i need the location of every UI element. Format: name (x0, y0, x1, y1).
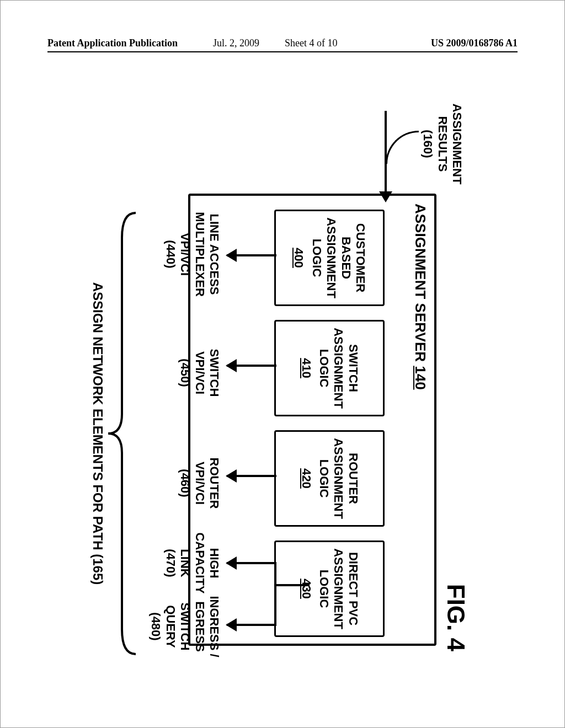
o2-l1: SWITCH (207, 349, 221, 397)
t-connector-stub (275, 584, 310, 586)
t-connector-bar (274, 562, 276, 625)
direct-pvc-assignment-logic-box: DIRECT PVC ASSIGNMENT LOGIC 430 (274, 540, 385, 637)
o1-l2: MULTIPLEXER (193, 212, 207, 297)
o5-l1: INGRESS / (207, 596, 221, 657)
o5-l4: QUERY (164, 605, 178, 647)
logic4-ref: 430 (299, 579, 313, 599)
logic1-l2: BASED (338, 237, 353, 279)
logic2-l2: ASSIGNMENT (331, 328, 345, 409)
input-label: ASSIGNMENT RESULTS (160) (420, 89, 464, 199)
logic4-l1: DIRECT PVC (345, 552, 360, 625)
header-date: Jul. 2, 2009 (213, 38, 259, 49)
arrow-down-icon (227, 365, 276, 367)
figure-stage: FIG. 4 ASSIGNMENT RESULTS (160) ASSIGNME… (72, 89, 470, 668)
output-line-access-multiplexer: LINE ACCESS MULTIPLEXER VPI/VCI (440) (163, 202, 221, 307)
input-label-l2: RESULTS (436, 116, 450, 172)
logic1-l3: ASSIGNMENT (324, 217, 338, 298)
header-pubno: US 2009/0168786 A1 (431, 38, 518, 49)
page: Patent Application Publication Jul. 2, 2… (0, 0, 565, 728)
logic4-l2: ASSIGNMENT (331, 548, 345, 629)
logic1-l4: LOGIC (309, 239, 323, 277)
o5-l2: EGRESS (193, 601, 207, 652)
o3-l1: ROUTER (207, 458, 221, 509)
arrow-down-icon (227, 562, 276, 564)
arrow-down-icon (227, 254, 276, 256)
header-sheet: Sheet 4 of 10 (285, 38, 337, 49)
logic3-l1: ROUTER (345, 453, 360, 504)
logic1-l1: CUSTOMER (353, 223, 367, 293)
logic2-l3: LOGIC (317, 349, 331, 388)
logic2-ref: 410 (299, 358, 313, 378)
output-switch-vpivci: SWITCH VPI/VCI (450) (178, 320, 221, 425)
input-label-l1: ASSIGNMENT (450, 104, 464, 185)
brace-icon (105, 210, 138, 657)
figure-caption: ASSIGN NETWORK ELEMENTS FOR PATH (165) (90, 210, 105, 657)
switch-assignment-logic-box: SWITCH ASSIGNMENT LOGIC 410 (274, 320, 385, 416)
o1-l1: LINE ACCESS (207, 213, 221, 295)
logic1-ref: 400 (291, 248, 306, 268)
customer-based-assignment-logic-box: CUSTOMER BASED ASSIGNMENT LOGIC 400 (274, 210, 385, 306)
assignment-server-title: ASSIGNMENT SERVER 140 (412, 204, 429, 390)
o2-l2: VPI/VCI (193, 351, 207, 394)
o3-l2: VPI/VCI (193, 462, 207, 505)
logic4-l3: LOGIC (317, 570, 331, 608)
logic3-l2: ASSIGNMENT (331, 438, 345, 519)
logic2-l1: SWITCH (345, 344, 360, 392)
o2-l3: (450) (178, 358, 192, 387)
o3-l3: (460) (178, 469, 192, 497)
router-assignment-logic-box: ROUTER ASSIGNMENT LOGIC 420 (274, 430, 385, 527)
input-leader-curve (386, 131, 419, 164)
header-left: Patent Application Publication (47, 38, 178, 49)
input-label-l3: (160) (421, 130, 435, 158)
arrow-down-icon (227, 475, 276, 477)
server-title-text: ASSIGNMENT SERVER (412, 204, 429, 362)
figure-title: FIG. 4 (442, 584, 470, 651)
output-ingress-egress-switch-query: INGRESS / EGRESS SWITCH QUERY (480) (148, 574, 221, 679)
server-title-ref: 140 (412, 366, 429, 389)
logic3-l3: LOGIC (317, 459, 331, 498)
o5-l5: (480) (149, 612, 163, 640)
header: Patent Application Publication Jul. 2, 2… (47, 36, 518, 52)
o4-l3: LINK (178, 549, 192, 577)
logic3-ref: 420 (299, 468, 313, 489)
o1-l3: VPI/VCI (178, 233, 192, 276)
arrow-down-icon (227, 624, 276, 626)
o1-l4: (440) (164, 240, 178, 268)
o4-l4: (470) (164, 549, 178, 577)
input-arrow-shaft (385, 111, 387, 194)
o5-l3: SWITCH (178, 603, 192, 651)
